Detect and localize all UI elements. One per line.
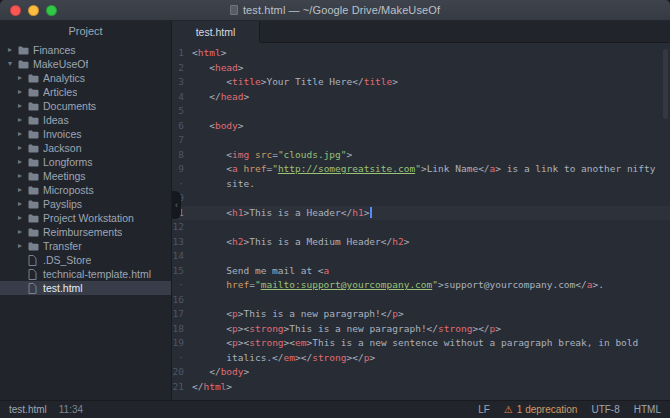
tree-item-label: Invoices — [43, 128, 82, 140]
tree-item-label: Transfer — [43, 240, 82, 252]
code-line-18[interactable]: 18 <p><strong>This is a new paragraph!</… — [172, 322, 670, 337]
tree-item-finances[interactable]: ▸Finances — [0, 43, 171, 57]
tree-item-label: technical-template.html — [43, 268, 151, 280]
code-text: italics.</em></strong></p> — [192, 351, 670, 366]
code-text: href="mailto:support@yourcompany.com">su… — [192, 278, 670, 293]
code-line-13[interactable]: 13 <h2>This is a Medium Header</h2> — [172, 235, 670, 250]
code-line-11[interactable]: 11 <h1>This is a Header</h1> — [172, 206, 670, 221]
folder-icon — [18, 60, 33, 69]
code-line-wrap-16[interactable]: · href="mailto:support@yourcompany.com">… — [172, 278, 670, 293]
app-window: test.html — ~/Google Drive/MakeUseOf Pro… — [0, 0, 670, 418]
code-line-9[interactable]: 9 <a href="http://somegreatsite.com">Lin… — [172, 162, 670, 177]
folder-icon — [18, 46, 33, 55]
zoom-button[interactable] — [46, 5, 57, 16]
window-title-wrap: test.html — ~/Google Drive/MakeUseOf — [230, 4, 440, 16]
code-line-4[interactable]: 4 </head> — [172, 90, 670, 105]
tab-bar: test.html — [172, 21, 670, 43]
line-number: 6 — [172, 119, 192, 134]
chevron-right-icon: ▸ — [18, 115, 28, 125]
code-line-19[interactable]: 19 <p><strong><em>This is a new sentence… — [172, 336, 670, 351]
tree-item-microposts[interactable]: ▸Microposts — [0, 183, 171, 197]
tree-item-label: MakeUseOf — [33, 58, 88, 70]
code-line-7[interactable]: 7 — [172, 133, 670, 148]
titlebar: test.html — ~/Google Drive/MakeUseOf — [0, 0, 670, 21]
code-line-12[interactable]: 12 — [172, 220, 670, 235]
folder-icon — [28, 144, 43, 153]
tab-test-html[interactable]: test.html — [172, 21, 260, 42]
line-number: 13 — [172, 235, 192, 250]
tree-item-payslips[interactable]: ▸Payslips — [0, 197, 171, 211]
status-grammar[interactable]: HTML — [634, 404, 661, 415]
window-title: test.html — ~/Google Drive/MakeUseOf — [243, 4, 440, 16]
code-line-15[interactable]: 15 Send me mail at <a — [172, 264, 670, 279]
line-number: 21 — [172, 380, 192, 395]
code-line-14[interactable]: 14 — [172, 249, 670, 264]
minimize-button[interactable] — [28, 5, 39, 16]
chevron-right-icon: ▸ — [18, 101, 28, 111]
sidebar: Project ▸Finances▾MakeUseOf▸Analytics▸Ar… — [0, 21, 172, 400]
code-line-5[interactable]: 5 — [172, 104, 670, 119]
traffic-lights — [10, 5, 57, 16]
code-line-8[interactable]: 8 <img src="clouds.jpg"> — [172, 148, 670, 163]
code-editor[interactable]: 1<html>2 <head>3 <title>Your Title Here<… — [172, 43, 670, 400]
sidebar-header: Project — [0, 21, 171, 41]
code-line-2[interactable]: 2 <head> — [172, 61, 670, 76]
chevron-right-icon: ▸ — [18, 171, 28, 181]
code-line-wrap-9[interactable]: · site. — [172, 177, 670, 192]
code-line-wrap-21[interactable]: · italics.</em></strong></p> — [172, 351, 670, 366]
line-number: 20 — [172, 365, 192, 380]
tree-item-meetings[interactable]: ▸Meetings — [0, 169, 171, 183]
tree-item-technical-template-html[interactable]: technical-template.html — [0, 267, 171, 281]
code-text: </head> — [192, 90, 670, 105]
tree-item-reimbursements[interactable]: ▸Reimbursements — [0, 225, 171, 239]
tree-item-documents[interactable]: ▸Documents — [0, 99, 171, 113]
line-number: · — [172, 351, 192, 366]
status-cursor-position[interactable]: 11:34 — [59, 404, 83, 415]
editor-scrollbar-thumb[interactable] — [663, 49, 668, 119]
line-number: 5 — [172, 104, 192, 119]
code-text: <h1>This is a Header</h1> — [192, 206, 670, 221]
code-line-20[interactable]: 20 </body> — [172, 365, 670, 380]
code-text — [192, 191, 670, 206]
line-number: 12 — [172, 220, 192, 235]
status-line-ending[interactable]: LF — [478, 404, 490, 415]
code-text: <html> — [192, 46, 670, 61]
close-button[interactable] — [10, 5, 21, 16]
tree-item-makeuseof[interactable]: ▾MakeUseOf — [0, 57, 171, 71]
code-line-21[interactable]: 21</html> — [172, 380, 670, 395]
tree-item-test-html[interactable]: test.html — [0, 281, 171, 295]
tree-item-analytics[interactable]: ▸Analytics — [0, 71, 171, 85]
folder-icon — [28, 200, 43, 209]
code-line-1[interactable]: 1<html> — [172, 46, 670, 61]
status-right-group: LF ⚠ 1 deprecation UTF-8 HTML — [478, 404, 661, 415]
line-number: 17 — [172, 307, 192, 322]
tree-item-label: Finances — [33, 44, 76, 56]
tree-item-longforms[interactable]: ▸Longforms — [0, 155, 171, 169]
status-deprecations[interactable]: ⚠ 1 deprecation — [504, 404, 578, 415]
line-number: · — [172, 278, 192, 293]
status-encoding[interactable]: UTF-8 — [591, 404, 619, 415]
code-line-10[interactable]: 10 — [172, 191, 670, 206]
folder-icon — [28, 88, 43, 97]
chevron-down-icon: ▾ — [8, 59, 18, 69]
code-text: <h2>This is a Medium Header</h2> — [192, 235, 670, 250]
tree-item-articles[interactable]: ▸Articles — [0, 85, 171, 99]
code-line-3[interactable]: 3 <title>Your Title Here</title> — [172, 75, 670, 90]
tree-item-label: Reimbursements — [43, 226, 122, 238]
sidebar-toggle-handle[interactable]: ‹ — [172, 191, 181, 219]
code-text: Send me mail at <a — [192, 264, 670, 279]
tree-item-ds-store[interactable]: .DS_Store — [0, 253, 171, 267]
code-line-17[interactable]: 17 <p>This is a new paragraph!</p> — [172, 307, 670, 322]
tree-item-label: Longforms — [43, 156, 93, 168]
tree-item-ideas[interactable]: ▸Ideas — [0, 113, 171, 127]
code-text: <head> — [192, 61, 670, 76]
line-number: 14 — [172, 249, 192, 264]
code-line-16[interactable]: 16 — [172, 293, 670, 308]
tree-item-jackson[interactable]: ▸Jackson — [0, 141, 171, 155]
folder-icon — [28, 228, 43, 237]
code-line-6[interactable]: 6 <body> — [172, 119, 670, 134]
tree-item-project-workstation[interactable]: ▸Project Workstation — [0, 211, 171, 225]
tree-item-invoices[interactable]: ▸Invoices — [0, 127, 171, 141]
tree-item-transfer[interactable]: ▸Transfer — [0, 239, 171, 253]
code-text: <a href="http://somegreatsite.com">Link … — [192, 162, 670, 177]
